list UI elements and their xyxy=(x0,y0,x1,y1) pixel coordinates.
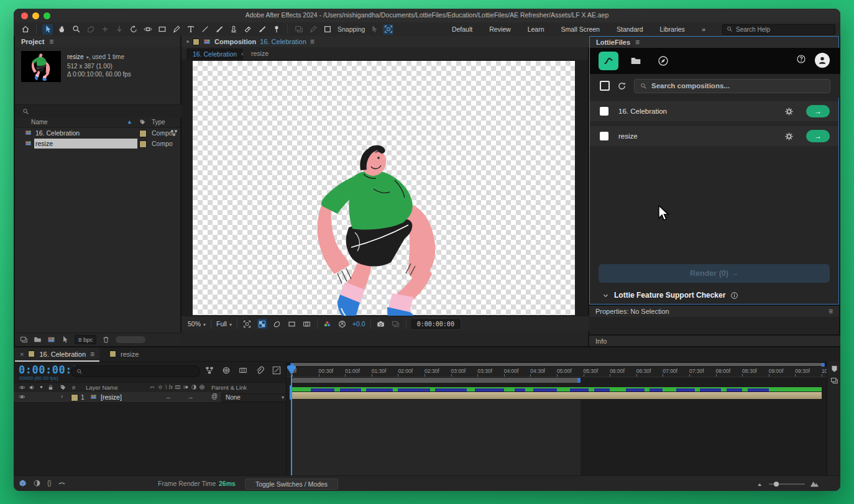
zoom-slider-track[interactable] xyxy=(769,483,805,485)
gear-icon[interactable] xyxy=(784,107,794,116)
info-icon[interactable] xyxy=(730,291,738,300)
expressions-braces-icon[interactable]: {} xyxy=(47,480,52,487)
snapping-checkbox[interactable] xyxy=(322,24,333,35)
viewer-back-icon[interactable]: ‹ xyxy=(241,50,244,57)
time-ruler[interactable]: 0f00:30f01:00f01:30f02:00f02:30f03:00f03… xyxy=(287,367,827,377)
new-folder-icon[interactable] xyxy=(34,336,42,344)
zoom-out-mountain-icon[interactable] xyxy=(756,480,764,488)
lottiefiles-panel-header[interactable]: LottieFiles ≡ xyxy=(590,37,838,48)
footer-scroll-pill[interactable] xyxy=(116,336,145,343)
timeline-tab-resize[interactable]: resize xyxy=(104,347,144,360)
draft-preview-icon[interactable] xyxy=(33,479,41,487)
zoom-in-mountain-icon[interactable] xyxy=(810,479,819,488)
info-panel[interactable]: Info xyxy=(589,336,840,346)
track-tool-icon[interactable] xyxy=(114,24,124,35)
export-arrow-button[interactable]: → xyxy=(806,130,830,142)
workspace-tab[interactable]: Review xyxy=(489,25,510,33)
switch-empty[interactable]: ‒ xyxy=(167,393,170,401)
grid-options-icon[interactable] xyxy=(383,24,393,35)
align-tool-icon[interactable] xyxy=(293,24,304,35)
selection-tool-icon[interactable] xyxy=(42,24,53,35)
toggle-switches-modes-button[interactable]: Toggle Switches / Modes xyxy=(245,479,338,490)
hand-tool-icon[interactable] xyxy=(57,24,67,35)
effects-fx-icon[interactable]: fx xyxy=(168,384,173,390)
scrollbar-thumb[interactable] xyxy=(292,363,824,366)
new-composition-icon[interactable] xyxy=(47,336,55,344)
puppet-pin-tool-icon[interactable] xyxy=(271,24,282,35)
label-column-tag-icon[interactable] xyxy=(139,119,146,127)
lock-icon[interactable] xyxy=(47,384,54,391)
magnification-dropdown[interactable]: 50%▾ xyxy=(188,320,206,328)
character-artwork[interactable] xyxy=(314,142,441,326)
account-avatar[interactable] xyxy=(815,53,830,68)
feature-support-checker-row[interactable]: Lottie Feature Support Checker xyxy=(590,288,840,303)
show-snapshot-icon[interactable] xyxy=(391,319,401,329)
video-eye-icon[interactable] xyxy=(19,393,25,400)
quality-icon[interactable]: \ xyxy=(165,384,167,390)
pen-tool-icon[interactable] xyxy=(171,24,181,35)
zoom-tool-icon[interactable] xyxy=(71,24,81,35)
solo-dot-icon[interactable]: ● xyxy=(40,384,43,390)
resolution-dropdown[interactable]: Full▾ xyxy=(216,320,232,328)
gear-icon[interactable] xyxy=(784,132,794,141)
delete-item-trash-icon[interactable] xyxy=(102,336,110,344)
shy-layers-icon[interactable] xyxy=(58,479,66,487)
project-row-resize[interactable]: resize Compo xyxy=(15,139,180,149)
viewer-timecode[interactable]: 0:00:00:00 xyxy=(411,319,460,329)
mask-visibility-icon[interactable] xyxy=(272,319,282,329)
panel-menu-icon[interactable]: ≡ xyxy=(90,350,94,359)
composition-checkbox[interactable] xyxy=(600,132,608,140)
properties-panel-header[interactable]: Properties: No Selection ≡ xyxy=(589,306,839,317)
rectangle-tool-icon[interactable] xyxy=(157,24,167,35)
lottie-discover-tab-icon[interactable] xyxy=(653,52,673,70)
pickwhip-icon[interactable]: @ xyxy=(211,393,218,400)
layer-row-resize[interactable]: › 1 [resize] ‒ ‒ @ None ▾ xyxy=(14,392,285,403)
close-tab-icon[interactable]: × xyxy=(20,351,24,358)
frame-blend-icon[interactable] xyxy=(175,384,181,390)
channel-rgb-icon[interactable] xyxy=(323,319,333,329)
workspace-tab[interactable]: Learn xyxy=(528,25,544,33)
panel-menu-icon[interactable]: ≡ xyxy=(49,37,53,46)
motion-blur-icon[interactable] xyxy=(183,384,189,390)
interpret-footage-icon[interactable] xyxy=(20,336,28,344)
project-search-field[interactable] xyxy=(15,104,188,118)
workspace-tab[interactable]: Default xyxy=(452,25,472,33)
color-depth-button[interactable]: 8 bpc xyxy=(75,335,96,344)
timeline-tab-celebration[interactable]: × 16. Celebration ≡ xyxy=(15,347,99,362)
lottie-composition-row[interactable]: 16. Celebration → xyxy=(590,101,838,121)
graph-editor-icon[interactable] xyxy=(272,366,281,375)
parent-link-column[interactable]: Parent & Link xyxy=(211,384,247,391)
workspace-overflow-icon[interactable]: » xyxy=(702,25,705,33)
layer-duration-bar[interactable] xyxy=(292,392,822,399)
workspace-tab[interactable]: Small Screen xyxy=(561,25,600,33)
playhead-marker[interactable] xyxy=(287,368,296,375)
preview-options-icon[interactable] xyxy=(242,319,252,329)
rotation-tool-icon[interactable] xyxy=(128,24,139,35)
camera-orbit-tool-icon[interactable] xyxy=(142,24,153,35)
motion-blur-icon[interactable] xyxy=(255,366,264,375)
layer-label-chip[interactable] xyxy=(71,394,78,401)
label-color-chip[interactable] xyxy=(139,130,147,137)
composition-panel-header[interactable]: Composition 16. Celebration ≡ xyxy=(181,36,593,47)
video-eye-icon[interactable] xyxy=(19,384,25,391)
pickwhip-icon[interactable] xyxy=(369,24,379,35)
export-arrow-button[interactable]: → xyxy=(806,105,830,117)
roto-brush-tool-icon[interactable] xyxy=(257,24,267,35)
sort-ascending-icon[interactable]: ▲ xyxy=(127,119,132,125)
line-tool-icon[interactable] xyxy=(200,24,210,35)
composition-mini-flowchart-icon[interactable] xyxy=(205,366,214,375)
label-tag-icon[interactable] xyxy=(60,384,67,391)
help-question-icon[interactable] xyxy=(796,54,806,66)
viewer-tab-celebration[interactable]: 16. Celebration xyxy=(186,48,243,60)
viewer-tab-resize[interactable]: resize xyxy=(251,50,269,57)
shy-icon[interactable] xyxy=(149,384,155,390)
render-engine-icon[interactable] xyxy=(19,479,27,487)
expand-layer-icon[interactable]: › xyxy=(61,393,63,400)
3d-layer-icon[interactable] xyxy=(199,384,205,390)
workspace-tab[interactable]: Standard xyxy=(617,25,643,33)
comp-marker-icon[interactable] xyxy=(830,365,838,373)
parent-dropdown[interactable]: None ▾ xyxy=(221,393,288,402)
draft-3d-icon[interactable] xyxy=(222,366,231,375)
exposure-value[interactable]: +0.0 xyxy=(352,320,365,328)
home-tool-icon[interactable] xyxy=(20,24,30,35)
